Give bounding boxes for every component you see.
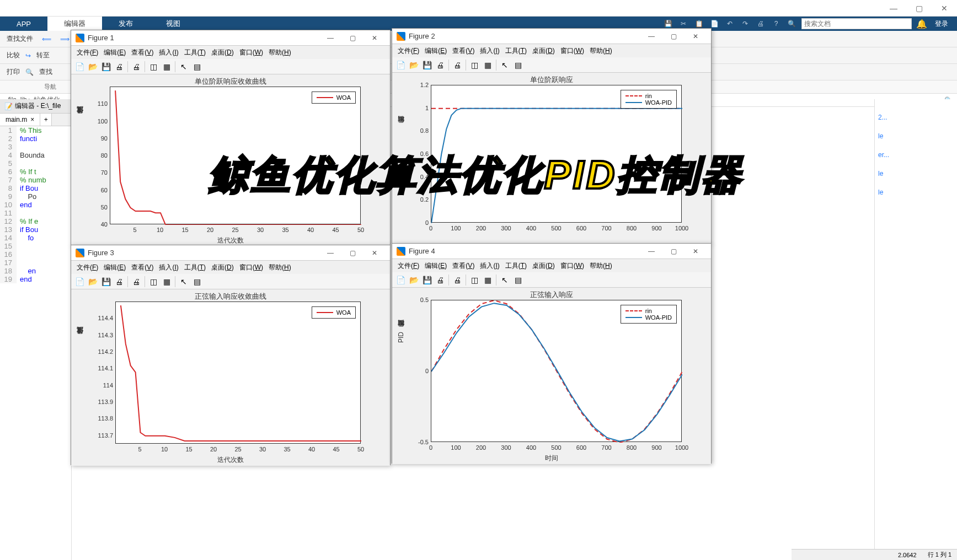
menu-item[interactable]: 帮助(H) (587, 45, 614, 57)
menu-item[interactable]: 工具(T) (182, 262, 208, 273)
dock-icon[interactable]: ◫ (147, 61, 159, 73)
pointer-icon[interactable]: ↖ (499, 59, 511, 71)
tab-publish[interactable]: 发布 (102, 17, 149, 31)
menu-item[interactable]: 编辑(E) (423, 260, 449, 272)
new-icon[interactable]: 📄 (394, 274, 407, 286)
maximize-button[interactable]: ▢ (906, 0, 932, 17)
fig1-close[interactable]: ✕ (363, 30, 386, 46)
menu-item[interactable]: 帮助(H) (266, 47, 293, 58)
menu-item[interactable]: 工具(T) (503, 45, 529, 57)
menu-item[interactable]: 查看(V) (129, 262, 156, 273)
menu-item[interactable]: 编辑(E) (423, 45, 449, 57)
menu-item[interactable]: 文件(F) (74, 262, 100, 273)
dock-icon[interactable]: ◫ (468, 59, 480, 71)
pointer-icon[interactable]: ↖ (499, 274, 511, 286)
close-button[interactable]: ✕ (932, 0, 957, 17)
code-area[interactable]: 1% This2functi34Bounda56% If t7% numb8if… (0, 126, 71, 283)
nav-back-icon[interactable]: ⟸ (39, 34, 55, 44)
figure-1-titlebar[interactable]: Figure 1 — ▢ ✕ (71, 30, 390, 46)
pointer-icon[interactable]: ↖ (178, 61, 190, 73)
link-icon[interactable]: ▦ (161, 61, 173, 73)
menu-item[interactable]: 窗口(W) (558, 260, 586, 272)
menu-item[interactable]: 窗口(W) (237, 262, 265, 273)
fig2-maximize[interactable]: ▢ (662, 29, 685, 44)
menu-item[interactable]: 插入(I) (478, 260, 501, 272)
fig1-maximize[interactable]: ▢ (341, 30, 363, 46)
open-icon[interactable]: 📂 (87, 61, 99, 73)
new-icon[interactable]: 📄 (394, 59, 407, 71)
save-icon[interactable]: 💾 (100, 61, 112, 73)
figure-1-window[interactable]: Figure 1 — ▢ ✕ 文件(F)编辑(E)查看(V)插入(I)工具(T)… (71, 30, 391, 246)
print-preview-icon[interactable]: 🖨 (451, 274, 463, 286)
menu-item[interactable]: 插入(I) (157, 47, 180, 58)
fig3-close[interactable]: ✕ (363, 245, 386, 261)
search-icon[interactable]: 🔍 (786, 18, 797, 29)
figure-2-window[interactable]: Figure 2 — ▢ ✕ 文件(F)编辑(E)查看(V)插入(I)工具(T)… (392, 28, 712, 244)
menu-item[interactable]: 查看(V) (450, 45, 477, 57)
menu-item[interactable]: 桌面(D) (530, 45, 557, 57)
link-icon[interactable]: ▦ (482, 59, 494, 71)
menu-item[interactable]: 编辑(E) (101, 262, 128, 273)
compare-button[interactable]: 比较 (3, 50, 23, 61)
fig2-close[interactable]: ✕ (685, 29, 707, 44)
menu-item[interactable]: 桌面(D) (209, 47, 236, 58)
insert-icon[interactable]: ▤ (191, 276, 203, 288)
fig4-minimize[interactable]: — (640, 244, 662, 259)
minimize-button[interactable]: — (881, 0, 906, 17)
menu-item[interactable]: 编辑(E) (101, 47, 128, 58)
figure-3-window[interactable]: Figure 3 — ▢ ✕ 文件(F)编辑(E)查看(V)插入(I)工具(T)… (71, 245, 391, 465)
open-icon[interactable]: 📂 (408, 59, 420, 71)
dock-icon[interactable]: ◫ (147, 276, 159, 288)
fig2-minimize[interactable]: — (640, 29, 662, 44)
fig3-minimize[interactable]: — (319, 245, 341, 261)
goto-icon[interactable]: ↪ (25, 52, 31, 60)
paste-icon[interactable]: 📄 (709, 18, 720, 29)
search-input[interactable] (801, 18, 912, 29)
save-icon[interactable]: 💾 (662, 18, 673, 29)
menu-item[interactable]: 桌面(D) (530, 260, 557, 272)
print-icon[interactable]: 🖨 (113, 61, 125, 73)
menu-item[interactable]: 帮助(H) (266, 262, 293, 273)
find-button[interactable]: 查找 (36, 66, 56, 78)
redo-icon[interactable]: ↷ (740, 18, 751, 29)
print-preview-icon[interactable]: 🖨 (130, 61, 142, 73)
menu-item[interactable]: 桌面(D) (209, 262, 236, 273)
menu-item[interactable]: 窗口(W) (237, 47, 265, 58)
fig1-minimize[interactable]: — (319, 30, 341, 46)
menu-item[interactable]: 文件(F) (74, 47, 100, 58)
new-icon[interactable]: 📄 (73, 61, 85, 73)
menu-item[interactable]: 插入(I) (157, 262, 180, 273)
print-icon[interactable]: 🖨 (434, 274, 446, 286)
find-files-button[interactable]: 查找文件 (3, 33, 36, 45)
add-tab-button[interactable]: + (40, 114, 52, 126)
login-link[interactable]: 登录 (932, 19, 951, 29)
figure-4-titlebar[interactable]: Figure 4 — ▢ ✕ (392, 244, 711, 259)
print-icon[interactable]: 🖨 (755, 18, 766, 29)
print-button[interactable]: 打印 (3, 66, 23, 78)
find-icon[interactable]: 🔍 (25, 68, 34, 76)
undo-icon[interactable]: ↶ (724, 18, 735, 29)
menu-item[interactable]: 窗口(W) (558, 45, 586, 57)
print-preview-icon[interactable]: 🖨 (451, 59, 463, 71)
print-icon[interactable]: 🖨 (113, 276, 125, 288)
print-preview-icon[interactable]: 🖨 (130, 276, 142, 288)
open-icon[interactable]: 📂 (408, 274, 420, 286)
help-icon[interactable]: ? (771, 18, 782, 29)
menu-item[interactable]: 帮助(H) (587, 260, 614, 272)
print-icon[interactable]: 🖨 (434, 59, 446, 71)
menu-item[interactable]: 文件(F) (395, 45, 421, 57)
insert-icon[interactable]: ▤ (191, 61, 203, 73)
save-icon[interactable]: 💾 (100, 276, 112, 288)
insert-icon[interactable]: ▤ (512, 274, 524, 286)
cut-icon[interactable]: ✂ (678, 18, 689, 29)
file-tab-main[interactable]: main.m × (0, 114, 40, 126)
save-icon[interactable]: 💾 (421, 59, 433, 71)
dock-icon[interactable]: ◫ (468, 274, 480, 286)
fig4-close[interactable]: ✕ (685, 244, 707, 259)
menu-item[interactable]: 插入(I) (478, 45, 501, 57)
figure-3-titlebar[interactable]: Figure 3 — ▢ ✕ (71, 245, 390, 261)
new-icon[interactable]: 📄 (73, 276, 85, 288)
insert-icon[interactable]: ▤ (512, 59, 524, 71)
menu-item[interactable]: 查看(V) (129, 47, 156, 58)
menu-item[interactable]: 工具(T) (182, 47, 208, 58)
